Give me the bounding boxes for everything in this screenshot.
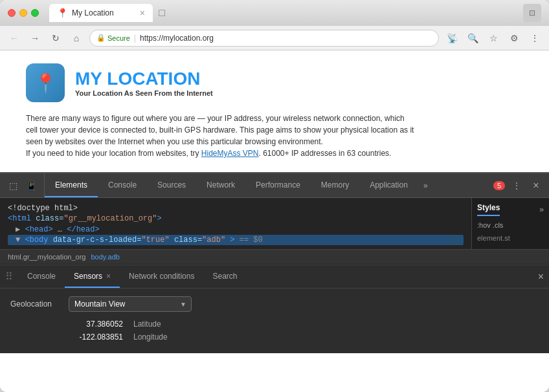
geolocation-row: Geolocation Mountain View ▼ (10, 296, 539, 312)
maximize-button[interactable] (31, 9, 39, 17)
bottom-tab-console[interactable]: Console (18, 265, 65, 288)
browser-tab[interactable]: 📍 My Location × (49, 4, 153, 22)
styles-element: element.st (472, 232, 549, 245)
site-title: MY LOCATION (75, 69, 213, 89)
longitude-label: Longitude (133, 332, 168, 342)
url-bar[interactable]: 🔒 Secure | https://mylocation.org (89, 30, 439, 47)
site-subtitle: Your Location As Seen From the Internet (75, 89, 213, 97)
bookmark-icon[interactable]: ☆ (486, 30, 501, 46)
dom-line-html[interactable]: <html class="gr__mylocation_org"> (8, 213, 464, 224)
dom-line-doctype: <!doctype html> (8, 203, 464, 213)
bottom-tab-sensors[interactable]: Sensors × (65, 265, 120, 288)
devtools-settings-icon[interactable]: ⋮ (509, 178, 524, 193)
settings-icon[interactable]: ⚙ (506, 30, 522, 46)
secure-label: Secure (107, 34, 130, 42)
geolocation-label: Geolocation (10, 299, 69, 309)
tab-close-button[interactable]: × (140, 8, 145, 18)
breadcrumb-body[interactable]: body.adb (91, 253, 119, 261)
browser-window: 📍 My Location × □ ⊡ ← → ↻ ⌂ 🔒 Secure | h… (0, 0, 549, 392)
inspect-element-icon[interactable]: ⬚ (5, 178, 21, 193)
desc-before: If you need to hide your location from w… (26, 149, 201, 158)
dom-line-body[interactable]: ▼ <body data-gr-c-s-loaded="true" class=… (8, 235, 464, 245)
bottom-tab-search[interactable]: Search (203, 265, 246, 288)
more-tabs-button[interactable]: » (418, 173, 433, 197)
description-p1: There are many ways to figure out where … (26, 113, 414, 147)
reload-button[interactable]: ↻ (48, 30, 63, 46)
tab-sources[interactable]: Sources (147, 173, 196, 197)
styles-pseudo[interactable]: :hov .cls (472, 219, 549, 232)
devtools-panel: ⬚ 📱 Elements Console Sources Network Per… (0, 172, 549, 353)
home-button[interactable]: ⌂ (69, 30, 84, 46)
page-content: 📍 MY LOCATION Your Location As Seen From… (0, 50, 549, 392)
sensors-panel: ⠿ Console Sensors × Network conditions S… (0, 265, 549, 353)
devtools-main: <!doctype html> <html class="gr__mylocat… (0, 198, 549, 249)
styles-header: Styles » (472, 201, 549, 219)
site-logo: 📍 (26, 63, 65, 102)
secure-badge: 🔒 Secure (96, 34, 130, 42)
tab-area: 📍 My Location × □ (49, 4, 518, 22)
devtools-tabs: Elements Console Sources Network Perform… (45, 173, 488, 197)
dom-panel: <!doctype html> <html class="gr__mylocat… (0, 198, 471, 249)
longitude-value: -122.083851 (69, 332, 133, 342)
longitude-row: -122.083851 Longitude (69, 332, 539, 342)
description-p2: If you need to hide your location from w… (26, 147, 414, 159)
hidemyass-link[interactable]: HideMyAss VPN (201, 149, 259, 158)
close-button[interactable] (8, 9, 16, 17)
desc-after: . 61000+ IP addresses in 63 countries. (259, 149, 392, 158)
latitude-label: Latitude (133, 320, 161, 329)
titlebar: 📍 My Location × □ ⊡ (0, 0, 549, 26)
device-toolbar-icon[interactable]: 📱 (23, 178, 39, 193)
url-divider: | (134, 34, 136, 43)
devtools-close-button[interactable]: × (528, 178, 544, 193)
tab-favicon: 📍 (57, 8, 68, 18)
devtools-right: 5 ⋮ × (488, 173, 549, 197)
cast-icon[interactable]: 📡 (444, 30, 460, 46)
styles-panel: Styles » :hov .cls element.st (471, 198, 549, 249)
traffic-lights (8, 9, 39, 17)
tab-elements[interactable]: Elements (45, 173, 98, 197)
site-header-text: MY LOCATION Your Location As Seen From t… (75, 69, 213, 97)
geolocation-select-wrapper[interactable]: Mountain View ▼ (69, 296, 192, 312)
url-text: https://mylocation.org (140, 34, 214, 43)
zoom-icon[interactable]: 🔍 (465, 30, 480, 46)
tab-application[interactable]: Application (359, 173, 418, 197)
sensors-tab-close[interactable]: × (106, 272, 111, 281)
styles-more[interactable]: » (539, 205, 544, 214)
breadcrumb: html.gr__mylocation_org body.adb (0, 249, 549, 265)
coordinates-table: 37.386052 Latitude -122.083851 Longitude (69, 320, 539, 342)
addressbar: ← → ↻ ⌂ 🔒 Secure | https://mylocation.or… (0, 26, 549, 50)
bottom-tab-network-conditions[interactable]: Network conditions (120, 265, 203, 288)
back-button[interactable]: ← (6, 30, 22, 46)
site-content: 📍 MY LOCATION Your Location As Seen From… (0, 50, 549, 172)
tab-memory[interactable]: Memory (311, 173, 359, 197)
tab-performance[interactable]: Performance (245, 173, 311, 197)
breadcrumb-html[interactable]: html.gr__mylocation_org (8, 253, 85, 261)
styles-tab[interactable]: Styles (477, 203, 500, 216)
tab-network[interactable]: Network (196, 173, 245, 197)
dom-line-head[interactable]: ▶ <head> … </head> (8, 224, 464, 235)
site-header: 📍 MY LOCATION Your Location As Seen From… (26, 63, 523, 102)
geolocation-select[interactable]: Mountain View (69, 296, 192, 312)
bottom-tabs: ⠿ Console Sensors × Network conditions S… (0, 265, 549, 289)
lock-icon: 🔒 (96, 34, 106, 42)
error-badge: 5 (493, 181, 505, 190)
menu-icon[interactable]: ⋮ (527, 30, 543, 46)
latitude-row: 37.386052 Latitude (69, 320, 539, 329)
window-resize-button[interactable]: ⊡ (523, 4, 541, 22)
devtools-toolbar: ⬚ 📱 Elements Console Sources Network Per… (0, 173, 549, 198)
tab-console[interactable]: Console (98, 173, 147, 197)
tab-title: My Location (72, 8, 114, 17)
minimize-button[interactable] (19, 9, 27, 17)
geolocation-section: Geolocation Mountain View ▼ 37.386052 La… (0, 289, 549, 353)
devtools-icons: ⬚ 📱 (0, 173, 45, 197)
latitude-value: 37.386052 (69, 320, 133, 329)
bottom-panel-close[interactable]: × (533, 265, 549, 288)
drag-handle[interactable]: ⠿ (0, 265, 18, 288)
new-tab-button[interactable]: □ (153, 4, 171, 22)
site-description: There are many ways to figure out where … (26, 113, 414, 159)
forward-button[interactable]: → (27, 30, 43, 46)
